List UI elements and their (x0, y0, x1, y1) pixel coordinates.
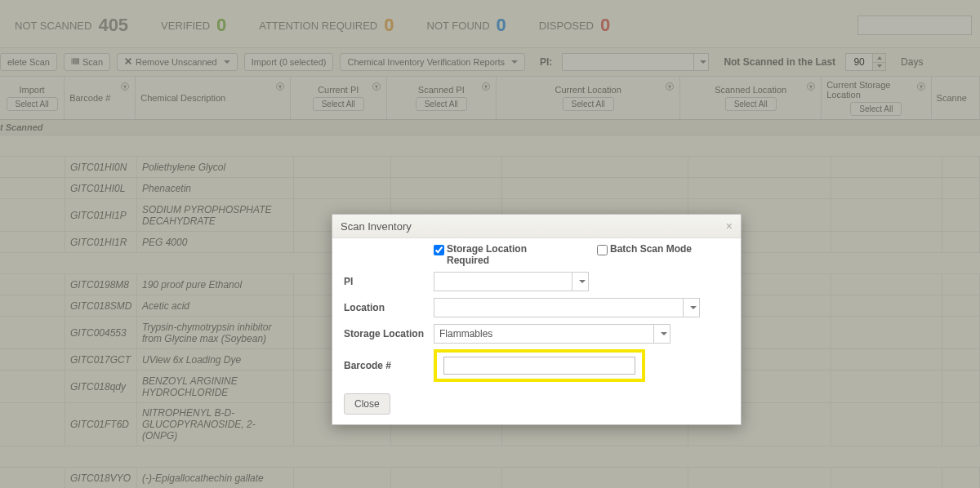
location-select[interactable] (434, 298, 700, 317)
chevron-down-icon (661, 332, 667, 335)
modal-header: Scan Inventory × (332, 215, 741, 238)
barcode-highlight (434, 349, 645, 382)
pi-select[interactable] (434, 272, 589, 291)
chevron-down-icon (690, 306, 697, 309)
storage-location-select[interactable]: Flammables (434, 324, 670, 344)
checkbox-input[interactable] (434, 245, 444, 255)
batch-scan-checkbox[interactable]: Batch Scan Mode (597, 243, 692, 255)
location-field-label: Location (344, 302, 434, 313)
close-icon[interactable]: × (726, 220, 733, 233)
barcode-field-label: Barcode # (344, 360, 434, 371)
storage-field-label: Storage Location (344, 328, 434, 339)
modal-body: Storage Location Required Batch Scan Mod… (332, 238, 741, 424)
modal-title: Scan Inventory (341, 220, 412, 233)
close-button[interactable]: Close (344, 393, 390, 415)
scan-inventory-modal: Scan Inventory × Storage Location Requir… (332, 214, 742, 425)
storage-required-checkbox[interactable]: Storage Location Required (434, 243, 564, 266)
barcode-input[interactable] (443, 357, 635, 375)
chevron-down-icon (579, 280, 586, 283)
checkbox-input[interactable] (597, 245, 608, 255)
pi-field-label: PI (344, 276, 434, 287)
